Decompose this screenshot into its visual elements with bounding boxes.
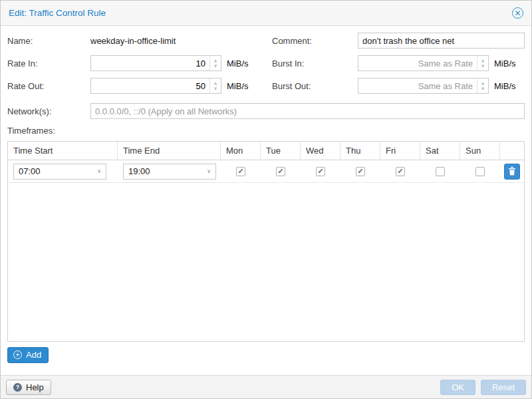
dialog-title: Edit: Traffic Control Rule: [9, 8, 106, 18]
networks-input[interactable]: [90, 103, 525, 119]
form-row-name-comment: Name: weekday-in-office-limit Comment:: [7, 33, 525, 49]
rate-out-spinner-icon[interactable]: ∧∨: [209, 78, 221, 93]
help-button[interactable]: ? Help: [6, 380, 51, 395]
burst-in-label: Burst In:: [272, 59, 358, 68]
timeframes-table-header: Time Start Time End Mon Tue Wed Thu Fri …: [8, 142, 524, 160]
column-header-time-end[interactable]: Time End: [118, 142, 221, 160]
ok-button[interactable]: OK: [440, 380, 475, 395]
column-header-wed[interactable]: Wed: [301, 142, 340, 160]
burst-in-unit: MiB/s: [494, 59, 516, 68]
trash-icon: [508, 167, 516, 176]
networks-label: Network(s):: [7, 106, 90, 116]
thu-checkbox[interactable]: [356, 167, 365, 176]
mon-checkbox[interactable]: [236, 167, 245, 176]
chevron-down-icon: ∨: [97, 168, 101, 174]
edit-traffic-control-rule-dialog: Edit: Traffic Control Rule ✕ Name: weekd…: [0, 0, 532, 399]
rate-in-spinner-icon[interactable]: ∧∨: [209, 56, 221, 70]
sat-cell: [420, 160, 460, 182]
burst-out-label: Burst Out:: [272, 81, 358, 91]
add-button[interactable]: + Add: [7, 347, 49, 363]
rate-in-field-group: Rate In: ∧∨ MiB/s: [7, 55, 272, 71]
thu-cell: [340, 160, 380, 182]
reset-button[interactable]: Reset: [481, 380, 526, 395]
comment-label: Comment:: [272, 36, 358, 46]
burst-in-spinner-icon[interactable]: ∧∨: [477, 56, 488, 70]
time-start-cell: 07:00 ∨: [8, 160, 118, 182]
rate-in-input[interactable]: [91, 56, 209, 70]
rate-out-unit: MiB/s: [227, 81, 249, 91]
time-start-value: 07:00: [19, 166, 41, 176]
form-row-rate-burst-out: Rate Out: ∧∨ MiB/s Burst Out: ∧∨ MiB/s: [7, 78, 525, 94]
column-header-time-start[interactable]: Time Start: [8, 142, 118, 160]
sun-cell: [460, 160, 500, 182]
column-header-thu[interactable]: Thu: [340, 142, 380, 160]
column-header-sat[interactable]: Sat: [420, 142, 460, 160]
burst-out-spinfield: ∧∨: [358, 78, 489, 94]
name-value: weekday-in-office-limit: [90, 36, 176, 46]
tue-cell: [261, 160, 301, 182]
form-row-rate-burst-in: Rate In: ∧∨ MiB/s Burst In: ∧∨ MiB/s: [7, 55, 525, 71]
timeframes-empty-area: [8, 183, 524, 341]
burst-in-field-group: Burst In: ∧∨ MiB/s: [272, 55, 525, 71]
plus-circle-icon: +: [13, 350, 22, 359]
burst-out-field-group: Burst Out: ∧∨ MiB/s: [272, 78, 525, 94]
delete-row-button[interactable]: [504, 164, 520, 180]
burst-out-spinner-icon[interactable]: ∧∨: [477, 78, 488, 93]
table-row: 07:00 ∨ 19:00 ∨: [8, 160, 524, 183]
name-field-group: Name: weekday-in-office-limit: [7, 36, 272, 46]
column-header-tue[interactable]: Tue: [261, 142, 301, 160]
wed-checkbox[interactable]: [316, 167, 325, 176]
rate-in-unit: MiB/s: [227, 59, 249, 68]
time-end-value: 19:00: [128, 166, 150, 176]
burst-in-spinfield: ∧∨: [358, 55, 489, 71]
form-row-networks: Network(s):: [7, 103, 525, 119]
rate-out-input[interactable]: [91, 78, 209, 93]
rate-out-spinfield: ∧∨: [90, 78, 221, 94]
column-header-mon[interactable]: Mon: [221, 142, 261, 160]
name-label: Name:: [7, 36, 90, 46]
column-header-sun[interactable]: Sun: [460, 142, 500, 160]
help-button-label: Help: [26, 382, 44, 392]
comment-input[interactable]: [358, 33, 525, 49]
sat-checkbox[interactable]: [436, 167, 445, 176]
dialog-titlebar: Edit: Traffic Control Rule ✕: [1, 1, 531, 26]
add-button-label: Add: [26, 350, 41, 360]
tue-checkbox[interactable]: [276, 167, 285, 176]
rate-out-label: Rate Out:: [7, 81, 90, 91]
rate-out-field-group: Rate Out: ∧∨ MiB/s: [7, 78, 272, 94]
time-end-combo[interactable]: 19:00 ∨: [123, 164, 216, 180]
mon-cell: [221, 160, 261, 182]
close-icon[interactable]: ✕: [512, 7, 523, 19]
chevron-down-icon: ∨: [207, 168, 211, 174]
column-header-fri[interactable]: Fri: [380, 142, 420, 160]
burst-out-unit: MiB/s: [494, 81, 516, 91]
column-header-actions: [500, 147, 524, 155]
dialog-footer: ? Help OK Reset: [1, 375, 531, 398]
dialog-body: Name: weekday-in-office-limit Comment: R…: [1, 26, 531, 375]
fri-checkbox[interactable]: [396, 167, 405, 176]
burst-in-input[interactable]: [358, 56, 477, 70]
timeframes-label: Timeframes:: [7, 126, 525, 136]
sun-checkbox[interactable]: [475, 167, 485, 176]
time-end-cell: 19:00 ∨: [118, 160, 221, 182]
burst-out-input[interactable]: [358, 78, 477, 93]
fri-cell: [380, 160, 420, 182]
time-start-combo[interactable]: 07:00 ∨: [13, 164, 106, 180]
question-circle-icon: ?: [13, 383, 22, 392]
rate-in-spinfield: ∧∨: [90, 55, 221, 71]
wed-cell: [301, 160, 340, 182]
comment-field-group: Comment:: [272, 33, 525, 49]
rate-in-label: Rate In:: [7, 59, 90, 68]
timeframes-table: Time Start Time End Mon Tue Wed Thu Fri …: [7, 141, 525, 342]
actions-cell: [500, 160, 524, 182]
